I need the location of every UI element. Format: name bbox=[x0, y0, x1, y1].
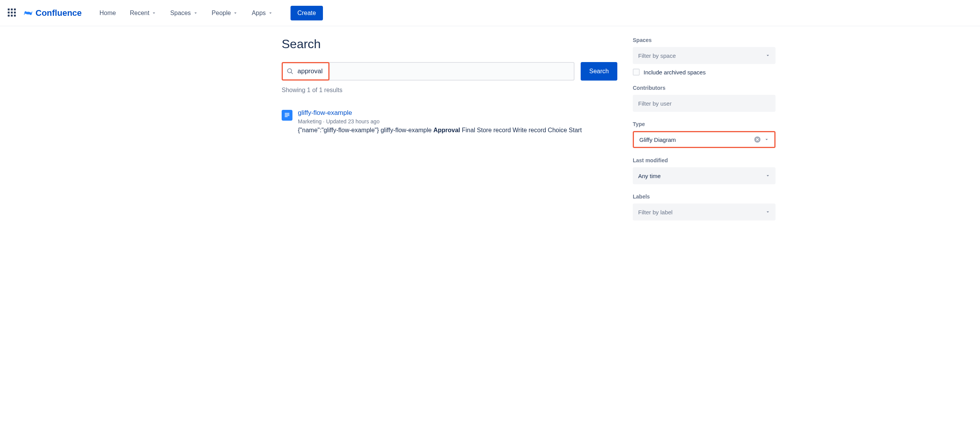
chevron-down-icon bbox=[765, 210, 770, 214]
result-meta: Marketing · Updated 23 hours ago bbox=[298, 118, 582, 125]
chevron-down-icon bbox=[152, 11, 156, 15]
chevron-down-icon bbox=[765, 53, 770, 58]
create-button[interactable]: Create bbox=[291, 6, 323, 20]
product-name: Confluence bbox=[35, 8, 82, 18]
filters-sidebar: Spaces Filter by space Include archived … bbox=[633, 37, 776, 230]
nav-people[interactable]: People bbox=[206, 7, 243, 20]
result-title-link[interactable]: gliffy-flow-example bbox=[298, 109, 352, 116]
search-button[interactable]: Search bbox=[581, 62, 617, 81]
filter-labels-label: Labels bbox=[633, 193, 776, 200]
search-result: gliffy-flow-example Marketing · Updated … bbox=[282, 109, 617, 134]
page-icon bbox=[282, 110, 292, 121]
chevron-down-icon bbox=[764, 137, 769, 142]
product-logo[interactable]: Confluence bbox=[23, 8, 82, 18]
search-icon bbox=[287, 68, 294, 75]
search-input[interactable] bbox=[297, 67, 324, 75]
filter-lastmodified-label: Last modified bbox=[633, 157, 776, 163]
app-switcher-icon[interactable] bbox=[8, 8, 17, 18]
search-query-box[interactable] bbox=[282, 62, 329, 81]
results-count: Showing 1 of 1 results bbox=[282, 87, 617, 94]
result-snippet: {"name":"gliffy-flow-example"} gliffy-fl… bbox=[298, 127, 582, 134]
chevron-down-icon bbox=[233, 11, 238, 15]
filter-labels-select[interactable]: Filter by label bbox=[633, 204, 776, 220]
filter-contributors-label: Contributors bbox=[633, 85, 776, 91]
filter-type-label: Type bbox=[633, 121, 776, 127]
filter-type-select[interactable]: Gliffy Diagram bbox=[633, 131, 776, 148]
nav-apps[interactable]: Apps bbox=[246, 7, 278, 20]
clear-icon[interactable] bbox=[754, 136, 760, 143]
chevron-down-icon bbox=[765, 173, 770, 178]
include-archived-checkbox[interactable]: Include archived spaces bbox=[633, 69, 776, 76]
checkbox-icon bbox=[633, 69, 640, 76]
chevron-down-icon bbox=[268, 11, 273, 15]
search-input-extended[interactable] bbox=[329, 62, 574, 81]
nav-recent[interactable]: Recent bbox=[124, 7, 162, 20]
nav-spaces[interactable]: Spaces bbox=[165, 7, 203, 20]
filter-contributors-select[interactable]: Filter by user bbox=[633, 95, 776, 112]
top-nav: Confluence Home Recent Spaces People App… bbox=[0, 0, 980, 26]
filter-spaces-select[interactable]: Filter by space bbox=[633, 47, 776, 64]
nav-home[interactable]: Home bbox=[94, 7, 122, 20]
filter-lastmodified-select[interactable]: Any time bbox=[633, 167, 776, 184]
page-title: Search bbox=[282, 37, 617, 51]
confluence-icon bbox=[23, 8, 33, 18]
chevron-down-icon bbox=[193, 11, 198, 15]
filter-spaces-label: Spaces bbox=[633, 37, 776, 43]
